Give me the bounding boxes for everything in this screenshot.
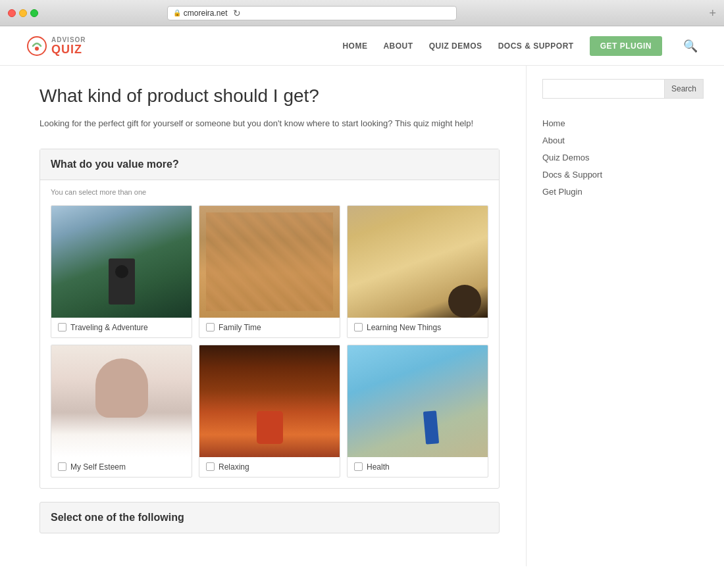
choice-learning-image (348, 206, 488, 318)
choice-learning-label: Learning New Things (348, 318, 488, 337)
choice-selfesteem-image (51, 345, 192, 457)
quiz-section-1-body: You can select more than one Traveling &… (40, 180, 499, 488)
sidebar: Search Home About Quiz Demos Docs & Supp… (527, 66, 671, 566)
choice-relaxing-label: Relaxing (199, 457, 340, 477)
choice-health-label: Health (348, 457, 488, 477)
logo-area[interactable]: ADVISOR QUIZ (26, 36, 86, 57)
sidebar-search: Search (542, 79, 656, 99)
choice-travel-text: Traveling & Adventure (70, 323, 148, 332)
choice-learning-text: Learning New Things (367, 323, 441, 332)
maximize-button[interactable] (30, 9, 38, 17)
choice-selfesteem-text: My Self Esteem (70, 462, 126, 472)
nav-links: HOME ABOUT QUIZ DEMOS DOCS & SUPPORT GET… (342, 36, 698, 56)
page-wrapper: ADVISOR QUIZ HOME ABOUT QUIZ DEMOS DOCS … (0, 26, 724, 588)
choice-family-image (199, 206, 340, 318)
choice-relaxing[interactable]: Relaxing (199, 345, 340, 478)
browser-chrome: 🔒 cmoreira.net ↻ + (0, 0, 724, 26)
main-content: What kind of product should I get? Looki… (13, 66, 527, 566)
page-description: Looking for the perfect gift for yoursel… (39, 117, 500, 130)
sidebar-nav: Home About Quiz Demos Docs & Support Get… (542, 114, 656, 200)
close-button[interactable] (8, 9, 16, 17)
quiz-section-2-header: Select one of the following (40, 502, 499, 533)
nav-quiz-demos[interactable]: QUIZ DEMOS (429, 41, 482, 51)
nav-docs-support[interactable]: DOCS & SUPPORT (498, 41, 574, 51)
new-tab-button[interactable]: + (709, 7, 716, 19)
choice-family-label: Family Time (199, 318, 340, 337)
search-nav-icon[interactable]: 🔍 (683, 39, 698, 53)
sidebar-item-docs-support[interactable]: Docs & Support (542, 166, 656, 183)
quiz-section-2-title: Select one of the following (51, 512, 488, 524)
checkbox-family[interactable] (206, 323, 215, 331)
minimize-button[interactable] (19, 9, 27, 17)
search-input[interactable] (542, 79, 664, 99)
sidebar-link-docs-support[interactable]: Docs & Support (542, 170, 602, 180)
sidebar-link-get-plugin[interactable]: Get Plugin (542, 187, 582, 197)
logo-advisor: ADVISOR (51, 37, 86, 43)
image-grid: Traveling & Adventure Family Time (51, 205, 488, 478)
choice-travel-label: Traveling & Adventure (51, 318, 192, 337)
checkbox-relaxing[interactable] (206, 462, 215, 471)
checkbox-selfesteem[interactable] (58, 462, 66, 471)
sidebar-item-quiz-demos[interactable]: Quiz Demos (542, 149, 656, 166)
checkbox-health[interactable] (354, 462, 363, 471)
sidebar-link-home[interactable]: Home (542, 118, 565, 128)
search-button[interactable]: Search (664, 79, 704, 99)
sidebar-item-about[interactable]: About (542, 132, 656, 149)
choice-travel[interactable]: Traveling & Adventure (51, 205, 192, 338)
choice-family[interactable]: Family Time (199, 205, 340, 338)
choice-selfesteem[interactable]: My Self Esteem (51, 345, 192, 478)
svg-point-0 (28, 37, 46, 55)
choice-health-image (348, 345, 488, 457)
logo-text: ADVISOR QUIZ (51, 37, 86, 55)
choice-family-text: Family Time (219, 323, 261, 332)
sidebar-item-home[interactable]: Home (542, 114, 656, 132)
choice-health[interactable]: Health (347, 345, 488, 478)
url-text: cmoreira.net (184, 9, 228, 18)
choice-health-text: Health (367, 462, 390, 472)
content-layout: What kind of product should I get? Looki… (13, 66, 711, 566)
quiz-section-1-title: What do you value more? (51, 159, 488, 170)
traffic-lights (8, 9, 38, 17)
sidebar-link-quiz-demos[interactable]: Quiz Demos (542, 153, 590, 162)
choice-learning[interactable]: Learning New Things (347, 205, 488, 338)
choice-travel-image (51, 206, 192, 318)
quiz-section-1-header: What do you value more? (40, 149, 499, 180)
quiz-section-1: What do you value more? You can select m… (39, 149, 500, 489)
nav-about[interactable]: ABOUT (383, 41, 413, 51)
refresh-button[interactable]: ↻ (233, 8, 241, 18)
choice-selfesteem-label: My Self Esteem (51, 457, 192, 477)
top-nav: ADVISOR QUIZ HOME ABOUT QUIZ DEMOS DOCS … (0, 26, 724, 66)
quiz-section-2: Select one of the following (39, 502, 500, 533)
checkbox-learning[interactable] (354, 323, 363, 331)
choice-relaxing-text: Relaxing (219, 462, 249, 472)
choice-relaxing-image (199, 345, 340, 457)
sidebar-link-about[interactable]: About (542, 135, 565, 145)
lock-icon: 🔒 (173, 9, 181, 16)
sidebar-item-get-plugin[interactable]: Get Plugin (542, 183, 656, 200)
page-title: What kind of product should I get? (39, 86, 500, 107)
get-plugin-button[interactable]: GET PLUGIN (590, 36, 662, 56)
logo-quiz: QUIZ (51, 43, 86, 55)
svg-point-1 (35, 47, 39, 51)
checkbox-travel[interactable] (58, 323, 66, 331)
logo-icon (26, 36, 47, 57)
select-hint: You can select more than one (51, 188, 488, 196)
nav-home[interactable]: HOME (342, 41, 367, 51)
address-bar[interactable]: 🔒 cmoreira.net ↻ (167, 6, 457, 20)
